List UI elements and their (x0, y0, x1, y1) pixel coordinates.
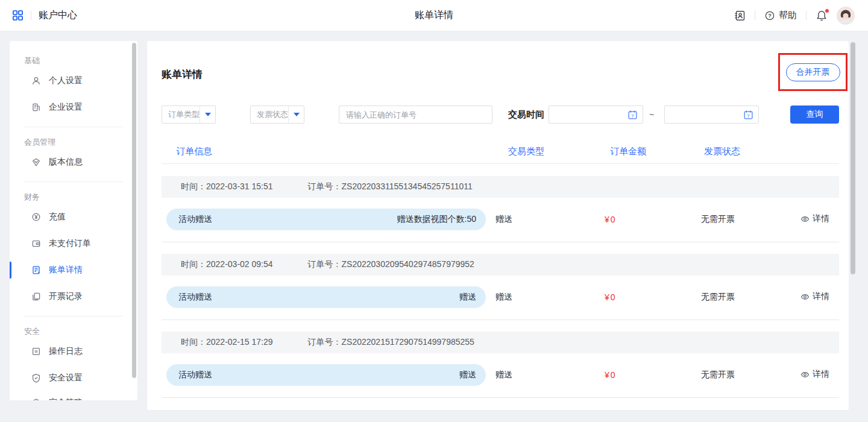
order-group-header: 时间：2022-03-02 09:54 订单号：ZS20220302095402… (162, 254, 839, 276)
sidebar-item-recharge[interactable]: 充值 (10, 205, 137, 229)
product-name: 活动赠送 (178, 214, 212, 225)
query-button[interactable]: 查询 (790, 106, 839, 124)
help-button[interactable]: ? 帮助 (764, 10, 797, 21)
user-avatar[interactable] (837, 7, 855, 25)
product-remark: 赠送数据视图个数:50 (397, 214, 476, 225)
eye-icon (800, 370, 810, 379)
order-number: ZS20220331155134545257511011 (342, 181, 473, 191)
invoice-status: 无需开票 (692, 214, 800, 225)
question-circle-icon: ? (764, 10, 775, 21)
sidebar-item-invoice-records[interactable]: 开票记录 (10, 285, 137, 309)
sidebar-item-operation-log[interactable]: 操作日志 (10, 339, 137, 364)
help-label: 帮助 (779, 10, 797, 21)
sidebar: 基础 个人设置 企业设置 会员管理 版本信息 财务 充值 未支付 (10, 41, 137, 400)
app-grid-icon[interactable] (12, 10, 24, 21)
notification-badge (825, 8, 829, 13)
sidebar-item-security-settings[interactable]: 安全设置 (10, 366, 137, 390)
sidebar-section-membership: 会员管理 (10, 137, 137, 148)
order-number: ZS20220215172907514997985255 (342, 337, 474, 347)
divider (24, 127, 123, 127)
order-amount: ¥0 (596, 215, 692, 224)
sidebar-item-enterprise-settings[interactable]: 企业设置 (10, 95, 137, 119)
main-content: 账单详情 合并开票 订单类型 发票状态 交易时间 7 ~ 7 查询 (147, 41, 849, 410)
order-type-select[interactable]: 订单类型 (162, 106, 216, 124)
divider (24, 316, 123, 316)
sidebar-scrollbar-thumb[interactable] (132, 43, 136, 378)
shield-check-icon (31, 373, 41, 383)
invoice-status: 无需开票 (692, 292, 800, 303)
filter-bar: 订单类型 发票状态 交易时间 7 ~ 7 查询 (162, 106, 839, 124)
sidebar-item-version-info[interactable]: 版本信息 (10, 150, 137, 174)
order-group-header: 时间：2022-03-31 15:51 订单号：ZS20220331155134… (162, 176, 839, 198)
calendar-icon: 7 (743, 110, 753, 120)
svg-text:?: ? (768, 13, 772, 19)
order-time: 2022-03-31 15:51 (206, 181, 273, 191)
yuan-circle-icon (31, 212, 41, 222)
merge-invoice-button[interactable]: 合并开票 (786, 63, 840, 81)
detail-link[interactable]: 详情 (800, 369, 829, 380)
sidebar-item-personal-settings[interactable]: 个人设置 (10, 69, 137, 93)
svg-text:7: 7 (747, 113, 750, 118)
divider (162, 320, 839, 320)
eye-icon (800, 292, 810, 301)
product-pill: 活动赠送 赠送数据视图个数:50 (166, 209, 486, 230)
start-date-input[interactable]: 7 (549, 106, 643, 124)
gem-icon (31, 157, 41, 167)
page-title: 账单详情 (415, 9, 453, 22)
col-order-amount: 订单金额 (596, 146, 692, 157)
user-icon (31, 76, 41, 86)
trade-type: 赠送 (490, 214, 596, 225)
product-remark: 赠送 (459, 370, 476, 380)
product-pill: 活动赠送 赠送 (166, 286, 486, 308)
svg-text:7: 7 (631, 113, 634, 118)
divider (162, 397, 839, 398)
chevron-down-icon (205, 113, 211, 116)
sidebar-item-bill-details[interactable]: 账单详情 (10, 258, 137, 282)
log-icon (31, 347, 41, 356)
product-name: 活动赠送 (178, 370, 212, 380)
divider (755, 11, 755, 20)
eye-icon (800, 215, 810, 224)
calendar-icon: 7 (627, 110, 638, 120)
copy-document-icon (31, 292, 41, 301)
active-indicator (10, 262, 11, 279)
building-icon (31, 102, 41, 112)
notification-bell-icon[interactable] (816, 10, 828, 22)
product-name: 活动赠送 (178, 292, 212, 303)
table-row: 活动赠送 赠送数据视图个数:50 赠送 ¥0 无需开票 详情 (162, 209, 839, 230)
trade-type: 赠送 (490, 370, 596, 380)
transaction-time-label: 交易时间 (508, 109, 544, 121)
divider (162, 242, 839, 242)
table-row: 活动赠送 赠送 赠送 ¥0 无需开票 详情 (162, 364, 839, 386)
sidebar-section-security: 安全 (10, 326, 137, 337)
sidebar-item-unpaid-orders[interactable]: 未支付订单 (10, 231, 137, 256)
sidebar-item-security-policy[interactable]: 安全策略 (10, 391, 137, 400)
wallet-icon (31, 239, 41, 248)
page-scrollbar-thumb[interactable] (851, 42, 855, 274)
table-row: 活动赠送 赠送 赠送 ¥0 无需开票 详情 (162, 286, 839, 308)
content-title: 账单详情 (162, 41, 839, 81)
product-remark: 赠送 (459, 292, 476, 303)
end-date-input[interactable]: 7 (664, 106, 759, 124)
order-time: 2022-02-15 17:29 (206, 337, 273, 347)
detail-link[interactable]: 详情 (800, 291, 829, 302)
order-amount: ¥0 (596, 370, 692, 380)
divider (806, 11, 807, 20)
order-group-header: 时间：2022-02-15 17:29 订单号：ZS20220215172907… (162, 332, 839, 353)
product-name: 账户中心 (39, 9, 77, 22)
policy-icon (31, 398, 41, 400)
product-pill: 活动赠送 赠送 (166, 364, 486, 386)
order-amount: ¥0 (596, 292, 692, 302)
bill-icon (31, 265, 41, 275)
range-separator: ~ (649, 110, 654, 119)
chevron-down-icon (294, 113, 300, 116)
detail-link[interactable]: 详情 (800, 213, 829, 224)
divider (31, 11, 31, 20)
workorder-icon[interactable] (734, 10, 746, 22)
table-header: 订单信息 交易类型 订单金额 发票状态 (162, 140, 839, 164)
sidebar-section-basic: 基础 (10, 41, 137, 66)
topbar: 账户中心 账单详情 ? 帮助 (0, 0, 868, 31)
order-number-input[interactable] (339, 106, 492, 124)
invoice-status-select[interactable]: 发票状态 (250, 106, 304, 124)
sidebar-section-finance: 财务 (10, 192, 137, 203)
